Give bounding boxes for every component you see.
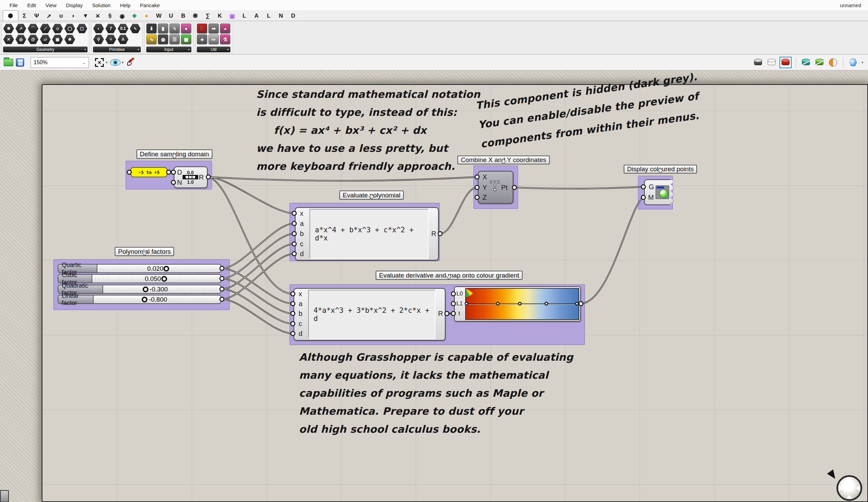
slider-quartic-track[interactable]: 0.020 xyxy=(97,264,220,272)
tab-plugin-w[interactable]: W xyxy=(153,11,165,21)
expr2-input-a[interactable]: a xyxy=(299,300,302,308)
slider-quadratic-track[interactable]: -0.300 xyxy=(103,285,220,293)
tab-plugin-u[interactable]: U xyxy=(165,11,177,21)
tab-plugin-ornament[interactable]: ֍ xyxy=(189,11,202,21)
slider-quartic-output-grip[interactable] xyxy=(219,266,225,271)
expr1-input-c[interactable]: c xyxy=(300,240,303,248)
tab-maths[interactable]: Σ xyxy=(18,11,31,21)
zoom-extents-dropdown[interactable]: ▾ xyxy=(106,60,107,64)
boolean-icon[interactable]: ✕ xyxy=(3,34,14,44)
box-icon[interactable]: ▣ xyxy=(52,34,63,44)
point-output-Pt[interactable]: Pt xyxy=(501,184,508,192)
tab-plugin-p[interactable]: ▣ xyxy=(226,11,238,21)
gradient-grip-1[interactable] xyxy=(465,302,468,306)
menu-file[interactable]: File xyxy=(5,0,22,10)
palette-label-util[interactable]: Util▾ xyxy=(197,47,230,52)
tab-plugin-orange[interactable]: ● xyxy=(141,11,153,21)
slider-linear-track[interactable]: -0.800 xyxy=(94,295,220,303)
gradient-L0-grip[interactable] xyxy=(451,291,456,297)
expr1-output-grip[interactable] xyxy=(438,231,443,237)
slider-quadratic-output-grip[interactable] xyxy=(219,287,225,292)
palette-expand-icon[interactable]: ▾ xyxy=(188,48,190,51)
save-file-button[interactable] xyxy=(14,57,26,68)
point-Y-grip[interactable] xyxy=(475,185,480,190)
palette-label-primitive[interactable]: Primitive▾ xyxy=(93,47,141,52)
tab-plugin-n[interactable]: N xyxy=(275,11,287,21)
expr1-input-b[interactable]: b xyxy=(300,230,304,238)
gradient-grip-2[interactable] xyxy=(496,302,500,306)
menu-help[interactable]: Help xyxy=(115,0,135,10)
expr2-input-d[interactable]: d xyxy=(299,330,302,338)
tab-plugin-a[interactable]: A xyxy=(250,11,263,21)
toggle-icon[interactable]: ▮ xyxy=(158,23,168,34)
preview-input-G[interactable]: G xyxy=(649,183,654,191)
mesh-icon[interactable]: ❋ xyxy=(64,34,75,44)
button-icon[interactable]: ϟ xyxy=(169,23,180,34)
ghosted-preview-button[interactable] xyxy=(766,57,777,68)
tab-intersect[interactable]: ✕ xyxy=(92,11,104,21)
preview-off-button[interactable] xyxy=(800,57,812,68)
expr1-d-grip[interactable] xyxy=(292,251,297,257)
menu-edit[interactable]: Edit xyxy=(22,0,41,10)
point-input-X[interactable]: X xyxy=(483,173,487,181)
panel-component[interactable]: -5 to +5 xyxy=(131,167,167,177)
slider-cubic-output-grip[interactable] xyxy=(219,276,225,281)
expr1-x-grip[interactable] xyxy=(292,211,297,216)
knob-icon[interactable]: ● xyxy=(181,23,192,34)
palette-label-input[interactable]: Input▾ xyxy=(146,47,192,52)
graph-icon[interactable]: ⚲ xyxy=(93,34,104,44)
tab-transform[interactable]: § xyxy=(104,11,116,21)
menu-pancake[interactable]: Pancake xyxy=(135,0,165,10)
expr1-output-R[interactable]: R xyxy=(431,230,436,238)
gradient-grip-4[interactable] xyxy=(545,302,548,306)
tab-display[interactable]: ◉ xyxy=(116,11,128,21)
vector-icon[interactable]: ↗ xyxy=(15,23,27,34)
palette-label-geometry[interactable]: Geometry▾ xyxy=(3,47,87,52)
list-icon[interactable]: ☰ xyxy=(169,34,180,44)
jump-icon[interactable]: ⇨ xyxy=(208,34,219,44)
open-file-button[interactable] xyxy=(3,57,14,68)
line-icon[interactable]: ⟋ xyxy=(40,23,51,34)
expression1-formula-box[interactable]: a*x^4 + b*x^3 + c*x^2 + d*x xyxy=(309,209,428,259)
spiral-icon[interactable]: @ xyxy=(28,34,39,44)
grasshopper-canvas[interactable]: Define sampling domain Polynomial factor… xyxy=(0,70,868,502)
text-icon[interactable]: A xyxy=(117,34,128,44)
expr1-a-grip[interactable] xyxy=(292,221,297,226)
zoom-level-combobox[interactable]: 150% ⌄ xyxy=(31,57,89,68)
tree-icon[interactable]: ♣ xyxy=(197,34,207,44)
wireframe-preview-button[interactable] xyxy=(752,57,764,68)
display-settings-dropdown[interactable]: ▾ xyxy=(861,60,863,64)
point-icon[interactable]: ✱ xyxy=(3,23,14,34)
tab-plugin-green[interactable]: ❖ xyxy=(128,11,141,21)
tab-curve[interactable]: ʊ xyxy=(55,11,67,21)
panel-input-grip[interactable] xyxy=(127,170,132,175)
gradient-grip-3[interactable] xyxy=(518,302,522,306)
shaded-preview-button[interactable] xyxy=(781,58,790,67)
expr2-d-grip[interactable] xyxy=(290,331,296,336)
slider-linear-knob[interactable] xyxy=(142,297,147,302)
expr1-c-grip[interactable] xyxy=(292,241,297,247)
expr2-input-b[interactable]: b xyxy=(299,310,302,318)
canvas-navigation-ball[interactable] xyxy=(836,475,862,501)
slider-linear-output-grip[interactable] xyxy=(219,297,225,302)
expression2-formula-box[interactable]: 4*a*x^3 + 3*b*x^2 + 2*c*x + d xyxy=(308,290,435,339)
split-icon[interactable]: ⑂ xyxy=(105,34,116,44)
swatch-icon[interactable]: ▦ xyxy=(181,34,192,44)
slider-icon[interactable]: ⬇ xyxy=(146,23,157,34)
tab-plugin-b[interactable]: B xyxy=(177,11,189,21)
tab-mesh[interactable]: ▼ xyxy=(80,11,92,21)
slider-cubic-track[interactable]: 0.050 xyxy=(92,275,220,283)
path-icon[interactable]: ➴ xyxy=(130,23,141,34)
scrollbar-stub[interactable] xyxy=(0,490,9,502)
sketch-tool-button[interactable] xyxy=(126,57,137,68)
integer-icon[interactable]: 7 xyxy=(105,23,116,34)
range-output-R[interactable]: R xyxy=(199,173,204,181)
point-Z-grip[interactable] xyxy=(475,195,480,200)
tab-plugin-d[interactable]: D xyxy=(287,11,299,21)
sketch-icon[interactable]: ∿ xyxy=(146,34,157,44)
range-input-N-grip[interactable] xyxy=(171,180,176,185)
tab-sets[interactable]: Ψ xyxy=(31,11,43,21)
expr1-b-grip[interactable] xyxy=(292,231,297,237)
plane-icon[interactable]: ▱ xyxy=(40,34,51,44)
circle2-icon[interactable]: ◎ xyxy=(15,34,27,44)
